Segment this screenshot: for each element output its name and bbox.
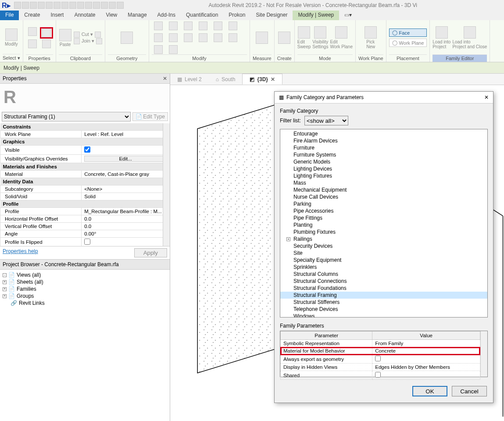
mod-icon-2[interactable]	[167, 21, 180, 30]
category-item[interactable]: Telephone Devices	[280, 306, 487, 313]
family-param-row[interactable]: Material for Model BehaviorConcrete	[281, 347, 480, 355]
category-item[interactable]: Pipe Fittings	[280, 214, 487, 221]
paste-button[interactable]: Paste	[59, 29, 72, 47]
qat-sync-icon[interactable]	[30, 2, 37, 9]
view-tab-south[interactable]: ⌂South	[209, 74, 243, 85]
qat-3d-icon[interactable]	[85, 2, 92, 9]
property-row[interactable]: Work PlaneLevel : Ref. Level	[0, 131, 170, 138]
cut-button[interactable]: Cut ▾	[74, 32, 102, 38]
tab-insert[interactable]: Insert	[45, 11, 69, 20]
category-item[interactable]: Furniture Systems	[280, 151, 487, 158]
qat-align-icon[interactable]	[69, 2, 76, 9]
cancel-button[interactable]: Cancel	[452, 386, 487, 396]
mod-icon-6[interactable]	[226, 21, 239, 30]
property-row[interactable]: Angle0.00°	[0, 230, 170, 238]
property-group[interactable]: Graphics	[0, 138, 170, 146]
property-group[interactable]: Constraints	[0, 123, 170, 131]
qat-thin-icon[interactable]	[101, 2, 108, 9]
type-properties-button[interactable]	[26, 27, 39, 39]
category-item[interactable]: Nurse Call Devices	[280, 193, 487, 200]
family-param-row[interactable]: Always export as geometry	[281, 355, 480, 364]
category-item[interactable]: Mass	[280, 179, 487, 186]
tab-site-designer[interactable]: Site Designer	[250, 11, 293, 20]
measure-button[interactable]	[255, 32, 268, 44]
qat-save-icon[interactable]	[22, 2, 29, 9]
property-row[interactable]: Profile Is Flipped	[0, 238, 170, 246]
mod-icon-9[interactable]	[182, 33, 195, 42]
panel-label[interactable]: Select ▾	[3, 54, 20, 62]
category-item[interactable]: Plumbing Fixtures	[280, 228, 487, 235]
category-item[interactable]: Windows	[280, 313, 487, 318]
property-row[interactable]: Vertical Profile Offset0.0	[0, 223, 170, 230]
property-group[interactable]: Identity Data	[0, 178, 170, 186]
face-button[interactable]: ◯Face	[389, 29, 427, 37]
tab-prokon[interactable]: Prokon	[223, 11, 250, 20]
type-selector[interactable]: Structural Framing (1)	[2, 112, 131, 121]
qat-open-icon[interactable]	[14, 2, 21, 9]
tab-view[interactable]: View	[100, 11, 122, 20]
join-button[interactable]: Join ▾	[74, 38, 102, 44]
edit-type-button[interactable]: 📄Edit Type	[132, 112, 168, 121]
qat-text-icon[interactable]	[77, 2, 84, 9]
properties-button-2[interactable]	[40, 39, 53, 48]
tab-addins[interactable]: Add-Ins	[152, 11, 181, 20]
view-tab-3d[interactable]: ◩{3D}✕	[242, 74, 282, 85]
load-into-project-button[interactable]: Load into Project	[433, 26, 450, 49]
property-row[interactable]: Subcategory<None>	[0, 186, 170, 193]
category-item[interactable]: Specialty Equipment	[280, 257, 487, 264]
mod-icon-13[interactable]	[152, 45, 165, 54]
tree-toggle-icon[interactable]: +	[286, 237, 290, 241]
category-item[interactable]: Entourage	[280, 130, 487, 137]
geom-button[interactable]	[120, 32, 133, 44]
mod-icon-7[interactable]	[152, 33, 165, 42]
family-param-row[interactable]: Display in Hidden ViewsEdges Hidden by O…	[281, 364, 480, 371]
mod-icon-10[interactable]	[197, 33, 210, 42]
visibility-settings-button[interactable]: Visibility Settings	[312, 26, 328, 49]
property-row[interactable]: ProfileM_Rectangular Beam-Profile : M...	[0, 208, 170, 215]
property-row[interactable]: MaterialConcrete, Cast-in-Place gray	[0, 171, 170, 178]
browser-node[interactable]: +📄Families	[3, 285, 167, 293]
qat-close-icon[interactable]	[109, 2, 116, 9]
category-item[interactable]: Security Devices	[280, 243, 487, 250]
qat-section-icon[interactable]	[93, 2, 100, 9]
mod-icon-11[interactable]	[211, 33, 225, 42]
category-item[interactable]: Parking	[280, 200, 487, 207]
family-parameters-grid[interactable]: ParameterValueSymbolic RepresentationFro…	[280, 331, 488, 377]
param-grid-scrollbar[interactable]	[480, 331, 487, 377]
tree-toggle-icon[interactable]: +	[3, 294, 7, 298]
category-item[interactable]: Generic Models	[280, 158, 487, 165]
qat-print-icon[interactable]	[54, 2, 61, 9]
mod-icon-1[interactable]	[152, 21, 165, 30]
qat-measure-icon[interactable]	[61, 2, 68, 9]
property-group[interactable]: Materials and Finishes	[0, 163, 170, 171]
ok-button[interactable]: OK	[412, 386, 447, 396]
category-item[interactable]: Mechanical Equipment	[280, 186, 487, 193]
category-item[interactable]: Furniture	[280, 144, 487, 151]
edit-workplane-button[interactable]: Edit Work Plane	[330, 26, 353, 49]
browser-node[interactable]: -📄Views (all)	[3, 271, 167, 278]
browser-node[interactable]: 🔗Revit Links	[3, 300, 167, 307]
create-button[interactable]	[278, 32, 291, 44]
browser-node[interactable]: +📄Groups	[3, 293, 167, 300]
modify-button[interactable]: Modify	[5, 29, 18, 46]
tree-toggle-icon[interactable]: +	[3, 287, 7, 291]
tree-toggle-icon[interactable]: -	[3, 273, 7, 277]
mod-icon-12[interactable]	[226, 33, 239, 42]
tab-file[interactable]: File	[0, 11, 19, 20]
pick-new-button[interactable]: Pick New	[364, 26, 377, 49]
family-category-button[interactable]	[40, 27, 53, 39]
property-edit-button[interactable]: Edit...	[84, 156, 167, 162]
mod-icon-3[interactable]	[182, 21, 195, 30]
project-browser-tree[interactable]: -📄Views (all)+📄Sheets (all)+📄Families+📄G…	[0, 270, 170, 421]
family-param-row[interactable]: Symbolic RepresentationFrom Family	[281, 340, 480, 347]
category-item[interactable]: +Railings	[280, 235, 487, 243]
property-checkbox[interactable]	[84, 239, 90, 245]
edit-sweep-button[interactable]: Edit Sweep	[297, 26, 311, 49]
param-checkbox[interactable]	[375, 356, 381, 361]
load-into-project-close-button[interactable]: Load into Project and Close	[452, 26, 487, 49]
qat-redo-icon[interactable]	[46, 2, 53, 9]
category-item[interactable]: Structural Columns	[280, 271, 487, 278]
properties-help-link[interactable]: Properties help	[3, 248, 38, 257]
mod-icon-8[interactable]	[167, 33, 180, 42]
category-item[interactable]: Pipe Accessories	[280, 207, 487, 214]
